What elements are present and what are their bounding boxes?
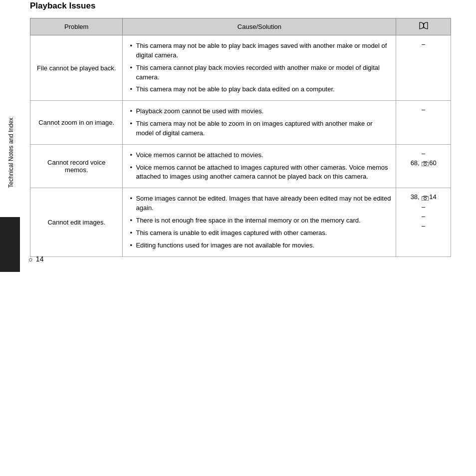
problem-cell-3: Cannot edit images. (30, 188, 123, 256)
ref-item-2-1: 68, 60 (411, 159, 437, 167)
cause-item-0-2: This camera may not be able to play back… (128, 85, 391, 94)
ref-item-3-0: 38, 14 (411, 193, 437, 201)
page-number-area: ☼ 14 (27, 255, 43, 263)
ref-cell-0: – (396, 35, 451, 101)
ref-cell-1: – (396, 101, 451, 145)
cause-item-0-0: This camera may not be able to play back… (128, 41, 391, 60)
ref-item-2-0: – (422, 150, 425, 157)
cause-cell-1: Playback zoom cannot be used with movies… (123, 101, 396, 145)
problem-cell-1: Cannot zoom in on image. (30, 101, 123, 145)
ref-cell-3: 38, 14––– (396, 188, 451, 256)
table-row: Cannot record voice memos.Voice memos ca… (30, 144, 451, 188)
table-row: Cannot zoom in on image.Playback zoom ca… (30, 101, 451, 145)
problem-cell-0: File cannot be played back. (30, 35, 123, 101)
sun-icon: ☼ (27, 255, 34, 263)
ref-cell-2: –68, 60 (396, 144, 451, 188)
cause-item-1-1: This camera may not be able to zoom in o… (128, 119, 391, 138)
cause-item-0-1: This camera cannot play back movies reco… (128, 63, 391, 82)
table-row: File cannot be played back.This camera m… (30, 35, 451, 101)
cause-item-2-1: Voice memos cannot be attached to images… (128, 163, 391, 182)
sidebar-label: Technical Notes and Index (7, 118, 14, 188)
problem-cell-2: Cannot record voice memos. (30, 144, 123, 188)
svg-point-4 (424, 197, 427, 200)
cause-item-3-0: Some images cannot be edited. Images tha… (128, 194, 391, 213)
table-row: Cannot edit images.Some images cannot be… (30, 188, 451, 256)
svg-point-2 (424, 163, 427, 166)
cause-cell-2: Voice memos cannot be attached to movies… (123, 144, 396, 188)
cause-item-3-2: This camera is unable to edit images cap… (128, 229, 391, 238)
cause-cell-3: Some images cannot be edited. Images tha… (123, 188, 396, 256)
issues-table: Problem Cause/Solution File cannot be pl… (30, 18, 451, 257)
cause-cell-0: This camera may not be able to play back… (123, 35, 396, 101)
header-cause: Cause/Solution (123, 18, 396, 35)
cause-item-1-0: Playback zoom cannot be used with movies… (128, 107, 391, 116)
header-ref (396, 18, 451, 35)
ref-item-3-1: – (422, 203, 425, 211)
page-number: 14 (36, 255, 44, 263)
cause-item-3-1: There is not enough free space in the in… (128, 216, 391, 226)
ref-item-3-2: – (422, 213, 425, 220)
cause-item-2-0: Voice memos cannot be attached to movies… (128, 151, 391, 160)
ref-item-3-3: – (422, 222, 425, 230)
book-icon (419, 22, 429, 30)
header-problem: Problem (30, 18, 123, 35)
page-container: Technical Notes and Index Playback Issue… (0, 0, 476, 272)
page-heading: Playback Issues (30, 1, 451, 11)
cause-item-3-3: Editing functions used for images are no… (128, 241, 391, 250)
sidebar-black-block (0, 217, 20, 272)
